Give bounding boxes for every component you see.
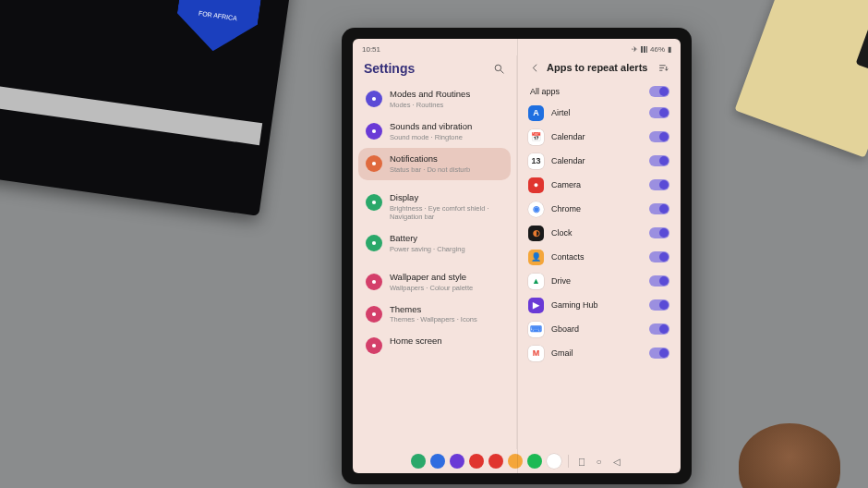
svg-point-0 xyxy=(495,65,501,71)
settings-item-title: Battery xyxy=(390,234,465,244)
app-name: Camera xyxy=(551,180,642,189)
app-icon: A xyxy=(528,105,544,121)
settings-item-display[interactable]: DisplayBrightness · Eye comfort shield ·… xyxy=(358,187,511,227)
app-toggle[interactable] xyxy=(649,131,669,142)
app-row-gboard[interactable]: ⌨Gboard xyxy=(524,317,673,341)
app-toggle[interactable] xyxy=(649,348,669,359)
settings-item-wallpaper-and-style[interactable]: Wallpaper and styleWallpapers · Colour p… xyxy=(358,266,511,299)
app-row-calendar[interactable]: 13Calendar xyxy=(524,149,673,173)
dock-app-icon[interactable] xyxy=(547,454,561,469)
app-row-camera[interactable]: ●Camera xyxy=(524,173,673,197)
nav-back-icon[interactable]: ◁ xyxy=(610,456,623,467)
settings-item-title: Wallpaper and style xyxy=(390,273,473,283)
settings-pane: Settings Modes and RoutinesModes · Routi… xyxy=(353,55,517,449)
app-row-drive[interactable]: ▲Drive xyxy=(524,269,673,293)
settings-item-themes[interactable]: ThemesThemes · Wallpapers · Icons xyxy=(358,299,511,331)
svg-point-9 xyxy=(372,344,376,348)
settings-item-modes-and-routines[interactable]: Modes and RoutinesModes · Routines xyxy=(358,83,511,116)
settings-item-title: Home screen xyxy=(390,336,442,347)
settings-item-home-screen[interactable]: Home screen xyxy=(358,330,511,360)
settings-item-icon xyxy=(366,155,382,172)
back-icon[interactable] xyxy=(528,61,541,74)
app-name: Clock xyxy=(551,228,642,238)
settings-item-sounds-and-vibration[interactable]: Sounds and vibrationSound mode · Rington… xyxy=(358,116,511,148)
dock-app-icon[interactable] xyxy=(508,454,523,469)
settings-item-icon xyxy=(366,194,382,211)
settings-item-notifications[interactable]: NotificationsStatus bar · Do not disturb xyxy=(358,148,511,180)
app-icon: ● xyxy=(528,177,544,193)
app-toggle[interactable] xyxy=(649,251,669,262)
app-toggle[interactable] xyxy=(649,179,669,190)
apps-header: Apps to repeat alerts xyxy=(517,55,681,81)
all-apps-label: All apps xyxy=(528,87,642,96)
settings-item-icon xyxy=(366,91,382,107)
app-icon: M xyxy=(528,346,544,361)
dock-app-icon[interactable] xyxy=(469,454,484,469)
app-icon: ▶ xyxy=(528,298,544,313)
app-name: Calendar xyxy=(551,156,642,165)
app-row-gmail[interactable]: MGmail xyxy=(524,341,673,365)
battery-text: 46% xyxy=(650,45,665,54)
app-toggle[interactable] xyxy=(649,275,669,287)
svg-point-6 xyxy=(372,241,376,245)
app-toggle[interactable] xyxy=(649,299,669,311)
app-toggle[interactable] xyxy=(649,203,669,214)
settings-item-battery[interactable]: BatteryPower saving · Charging xyxy=(358,227,511,260)
signal-icon xyxy=(641,46,647,53)
nav-recents-icon[interactable]: ⎕ xyxy=(575,456,588,467)
app-row-contacts[interactable]: 👤Contacts xyxy=(524,245,673,269)
settings-item-title: Themes xyxy=(390,305,477,315)
all-apps-row[interactable]: All apps xyxy=(524,81,673,101)
dock-app-icon[interactable] xyxy=(430,454,445,469)
app-toggle[interactable] xyxy=(649,155,669,166)
nav-home-icon[interactable]: ○ xyxy=(593,456,606,467)
wifi-icon: ✈ xyxy=(632,45,638,54)
app-name: Drive xyxy=(551,276,642,286)
app-name: Airtel xyxy=(551,108,642,117)
settings-item-subtitle: Brightness · Eye comfort shield · Naviga… xyxy=(390,204,503,221)
app-name: Gboard xyxy=(551,324,642,334)
apps-pane: Apps to repeat alerts All apps AAirtel📅C… xyxy=(517,55,681,449)
dock-app-icon[interactable] xyxy=(450,454,464,469)
settings-item-icon xyxy=(366,337,382,354)
svg-point-7 xyxy=(372,280,376,284)
settings-item-subtitle: Modes · Routines xyxy=(390,101,470,109)
all-apps-toggle[interactable] xyxy=(649,86,669,97)
app-name: Calendar xyxy=(551,132,642,141)
app-toggle[interactable] xyxy=(649,323,669,335)
svg-point-5 xyxy=(372,201,376,204)
settings-item-icon xyxy=(366,274,382,290)
apps-list[interactable]: All apps AAirtel📅Calendar13Calendar●Came… xyxy=(517,81,681,449)
settings-item-icon xyxy=(366,306,382,323)
svg-point-3 xyxy=(372,129,376,133)
dock-app-icon[interactable] xyxy=(411,454,426,469)
app-row-clock[interactable]: ◐Clock xyxy=(524,221,673,245)
dock-app-icon[interactable] xyxy=(527,454,542,469)
app-name: Contacts xyxy=(551,252,642,262)
app-row-gaming-hub[interactable]: ▶Gaming Hub xyxy=(524,293,673,317)
settings-item-subtitle: Power saving · Charging xyxy=(390,245,465,253)
fold-hinge-line xyxy=(517,39,518,473)
sort-icon[interactable] xyxy=(657,61,669,74)
settings-header: Settings xyxy=(353,55,516,83)
search-icon[interactable] xyxy=(492,62,505,75)
app-name: Gmail xyxy=(551,348,642,358)
app-toggle[interactable] xyxy=(649,107,669,118)
status-right: ✈ 46% ▮ xyxy=(632,45,671,54)
svg-line-1 xyxy=(500,70,503,73)
settings-item-subtitle: Sound mode · Ringtone xyxy=(390,133,472,141)
dock-app-icon[interactable] xyxy=(488,454,503,469)
battery-icon: ▮ xyxy=(668,45,671,54)
app-toggle[interactable] xyxy=(649,227,669,238)
app-row-calendar[interactable]: 📅Calendar xyxy=(524,125,673,149)
settings-title: Settings xyxy=(364,61,415,76)
settings-item-title: Modes and Routines xyxy=(390,90,470,100)
app-icon: ⌨ xyxy=(528,322,544,337)
settings-item-subtitle: Wallpapers · Colour palette xyxy=(390,284,473,292)
settings-item-title: Notifications xyxy=(390,154,470,165)
app-row-chrome[interactable]: ◉Chrome xyxy=(524,197,673,221)
status-time: 10:51 xyxy=(362,45,380,54)
app-row-airtel[interactable]: AAirtel xyxy=(524,101,673,125)
app-icon: 📅 xyxy=(528,129,544,145)
settings-list[interactable]: Modes and RoutinesModes · RoutinesSounds… xyxy=(353,83,516,449)
